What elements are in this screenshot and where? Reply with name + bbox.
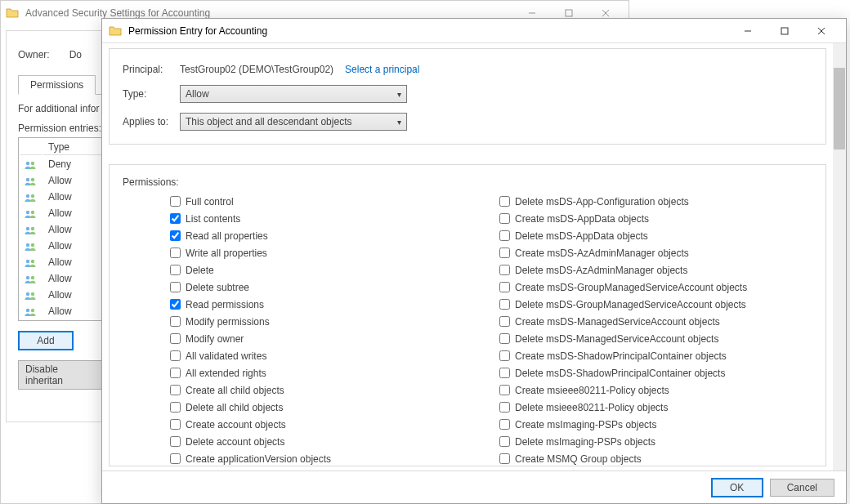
permission-label: Create MSMQ Group objects [515, 453, 642, 465]
permission-label: Create account objects [186, 419, 286, 430]
permission-checkbox-row: Create msDS-AppData objects [499, 210, 812, 227]
permission-checkbox[interactable] [499, 402, 510, 413]
permission-checkbox[interactable] [170, 265, 181, 275]
permission-checkbox[interactable] [499, 299, 510, 310]
users-icon [24, 193, 37, 203]
permission-checkbox-row: Create applicationVersion objects [170, 450, 483, 466]
permission-checkbox[interactable] [170, 453, 181, 464]
permission-checkbox[interactable] [170, 299, 181, 310]
cancel-button[interactable]: Cancel [770, 479, 834, 497]
users-icon [24, 242, 37, 252]
svg-point-7 [31, 178, 34, 181]
permission-checkbox[interactable] [499, 282, 510, 292]
permission-checkbox[interactable] [499, 419, 510, 430]
select-principal-link[interactable]: Select a principal [345, 64, 419, 75]
front-window-title: Permission Entry for Accounting [128, 25, 267, 37]
ok-button[interactable]: OK [711, 478, 763, 497]
permission-checkbox[interactable] [170, 385, 181, 395]
disable-inheritance-button[interactable]: Disable inheritan [18, 360, 105, 390]
permission-label: Delete account objects [186, 436, 284, 448]
principal-value: TestGroup02 (DEMO\TestGroup02) [180, 64, 333, 75]
applies-select[interactable]: This object and all descendant objects ▾ [180, 113, 407, 131]
permission-label: Read all properties [186, 230, 268, 242]
front-maximize-button[interactable] [766, 20, 803, 42]
users-icon [24, 225, 37, 235]
permission-checkbox[interactable] [499, 368, 510, 378]
permission-checkbox-row: Modify owner [170, 330, 483, 347]
permission-checkbox[interactable] [170, 350, 181, 361]
permission-checkbox[interactable] [499, 436, 510, 447]
permission-checkbox-row: Delete msDS-AzAdminManager objects [499, 261, 812, 279]
svg-point-11 [31, 211, 34, 214]
permission-checkbox-row: Modify permissions [170, 313, 483, 330]
svg-rect-1 [566, 10, 572, 16]
permission-label: Create msDS-GroupManagedServiceAccount o… [515, 282, 747, 293]
permission-checkbox-row: Create msDS-AzAdminManager objects [499, 244, 812, 261]
permission-checkbox[interactable] [170, 248, 181, 258]
permission-entry-window: Permission Entry for Accounting Principa… [101, 18, 847, 504]
add-button[interactable]: Add [18, 331, 74, 350]
permission-checkbox[interactable] [170, 316, 181, 327]
svg-point-8 [26, 194, 29, 198]
permission-checkbox-row: All validated writes [170, 347, 483, 364]
permission-checkbox[interactable] [499, 265, 510, 275]
permission-checkbox[interactable] [170, 419, 181, 430]
users-icon [24, 274, 37, 284]
svg-point-18 [26, 276, 29, 279]
permission-checkbox-row: Create msImaging-PSPs objects [499, 416, 812, 433]
permission-checkbox[interactable] [170, 436, 181, 447]
permission-checkbox-row: Read all properties [170, 227, 483, 244]
permission-checkbox[interactable] [170, 230, 181, 241]
chevron-down-icon: ▾ [397, 90, 401, 99]
front-titlebar: Permission Entry for Accounting [102, 19, 846, 43]
users-icon [24, 209, 37, 219]
permission-checkbox[interactable] [499, 196, 510, 207]
permission-checkbox-row: Delete msDS-ShadowPrincipalContainer obj… [499, 364, 812, 381]
principal-panel: Principal: TestGroup02 (DEMO\TestGroup02… [109, 48, 826, 145]
type-value: Allow [186, 88, 209, 100]
permission-checkbox-row: Create account objects [170, 416, 483, 433]
tab-permissions[interactable]: Permissions [18, 75, 96, 95]
permission-checkbox[interactable] [170, 213, 181, 224]
permission-checkbox-row: Create all child objects [170, 381, 483, 399]
permission-checkbox[interactable] [499, 350, 510, 361]
permission-checkbox[interactable] [499, 453, 510, 464]
type-select[interactable]: Allow ▾ [180, 85, 407, 103]
front-close-button[interactable] [803, 20, 839, 42]
permission-checkbox[interactable] [499, 248, 510, 258]
front-scrollbar[interactable] [833, 43, 846, 471]
permission-checkbox[interactable] [170, 333, 181, 344]
svg-point-16 [26, 260, 29, 263]
permission-label: All extended rights [186, 368, 266, 379]
permission-checkbox-row: Create MSMQ Group objects [499, 450, 812, 466]
permission-label: Full control [186, 196, 234, 207]
permission-checkbox[interactable] [170, 196, 181, 207]
applies-value: This object and all descendant objects [186, 116, 351, 127]
permission-checkbox-row: Delete subtree [170, 279, 483, 296]
owner-label: Owner: [18, 49, 50, 60]
permission-checkbox[interactable] [499, 333, 510, 344]
permission-checkbox[interactable] [499, 230, 510, 241]
svg-point-4 [26, 162, 29, 165]
permission-label: All validated writes [186, 350, 266, 362]
permission-checkbox[interactable] [170, 368, 181, 378]
back-window-title: Advanced Security Settings for Accountin… [25, 7, 210, 19]
permission-checkbox[interactable] [170, 402, 181, 413]
permission-checkbox[interactable] [170, 282, 181, 292]
chevron-down-icon: ▾ [397, 118, 401, 127]
permission-checkbox-row: Delete msDS-ManagedServiceAccount object… [499, 330, 812, 347]
permission-checkbox-row: List contents [170, 210, 483, 227]
permission-checkbox[interactable] [499, 213, 510, 224]
permission-checkbox-row: Create msDS-GroupManagedServiceAccount o… [499, 279, 812, 296]
permission-checkbox[interactable] [499, 316, 510, 327]
users-icon [24, 176, 37, 186]
front-minimize-button[interactable] [729, 20, 766, 42]
svg-point-19 [31, 276, 34, 279]
permission-label: Modify permissions [186, 316, 270, 328]
type-label: Type: [123, 88, 180, 100]
permission-label: Delete msDS-App-Configuration objects [515, 196, 689, 207]
scrollbar-thumb[interactable] [834, 68, 845, 149]
permission-checkbox[interactable] [499, 385, 510, 395]
permission-checkbox-row: Delete all child objects [170, 399, 483, 416]
permission-label: Delete subtree [186, 282, 249, 293]
